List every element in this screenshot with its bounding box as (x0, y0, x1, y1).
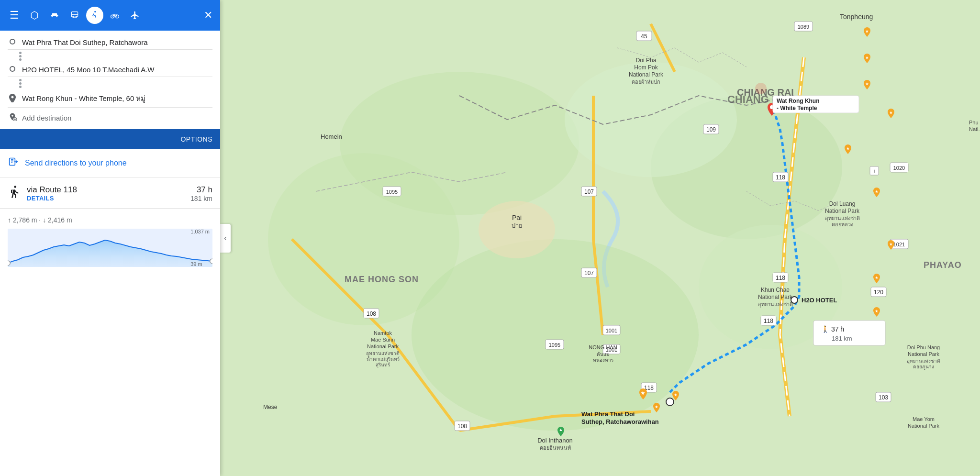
svg-text:118: 118 (764, 318, 773, 324)
route-dist: 181 km (190, 195, 212, 202)
middle-dot-icon (8, 66, 17, 74)
svg-text:Doi Luang: Doi Luang (829, 200, 856, 207)
svg-text:National Park: National Park (758, 294, 793, 300)
transport-walk[interactable] (86, 7, 103, 24)
svg-text:🚶 37 h: 🚶 37 h (821, 325, 844, 333)
waypoints-section: Wat Phra That Doi Suthep, Ratchawora H2O… (0, 31, 220, 129)
transport-mode-selector (26, 7, 197, 24)
svg-text:ดอยหลวง: ดอยหลวง (832, 221, 853, 227)
route-name: via Route 118 (27, 185, 185, 195)
transport-car[interactable] (46, 7, 63, 24)
svg-point-7 (116, 15, 119, 18)
svg-text:Khun Chae: Khun Chae (761, 287, 790, 293)
svg-text:120: 120 (874, 289, 883, 296)
svg-text:Wat Rong Khun: Wat Rong Khun (777, 98, 820, 104)
route-dots-2 (15, 78, 25, 89)
svg-text:NONG HAN: NONG HAN (589, 344, 617, 350)
options-label[interactable]: OPTIONS (180, 135, 212, 143)
svg-text:ดอยภูนาง: ดอยภูนาง (913, 364, 934, 370)
waypoint-origin[interactable]: Wat Phra That Doi Suthep, Ratchawora (8, 35, 212, 50)
svg-text:H2O HOTEL: H2O HOTEL (802, 297, 837, 304)
add-destination-label: Add destination (22, 114, 71, 122)
middle-text: H2O HOTEL, 45 Moo 10 T.Maechadi A.W (22, 66, 212, 74)
elevation-section: ↑ 2,786 m · ↓ 2,416 m 1,037 m (0, 209, 220, 267)
svg-text:1020: 1020 (893, 165, 905, 171)
map-area[interactable]: ‹ (220, 0, 980, 476)
svg-text:Doi Pha: Doi Pha (636, 57, 657, 64)
route-walk-icon (8, 185, 21, 202)
svg-text:Mae Surin: Mae Surin (371, 337, 395, 343)
svg-text:MAE HONG SON: MAE HONG SON (345, 275, 419, 284)
svg-text:181 km: 181 km (832, 335, 852, 342)
svg-text:Hom Pok: Hom Pok (634, 64, 658, 71)
svg-text:Wat Phra That Doi: Wat Phra That Doi (581, 410, 635, 418)
svg-text:- White Temple: - White Temple (777, 105, 817, 111)
send-directions-icon (8, 157, 19, 169)
close-button[interactable]: ✕ (202, 7, 214, 23)
svg-text:Namtok: Namtok (374, 330, 392, 336)
route-details-link[interactable]: DETAILS (27, 195, 185, 202)
svg-text:107: 107 (584, 188, 594, 195)
transport-transit[interactable] (66, 7, 83, 24)
menu-icon[interactable]: ☰ (8, 7, 21, 23)
collapse-chevron-icon: ‹ (224, 234, 226, 243)
svg-text:National Park: National Park (825, 208, 860, 214)
svg-text:National Park: National Park (629, 71, 664, 78)
collapse-panel-button[interactable]: ‹ (220, 224, 231, 253)
svg-text:1095: 1095 (549, 342, 560, 348)
svg-text:อุทยานแห่งชาติ: อุทยานแห่งชาติ (758, 301, 793, 308)
route-option: via Route 118 DETAILS 37 h 181 km (0, 177, 220, 209)
svg-text:▲: ▲ (559, 427, 563, 432)
route-header: via Route 118 DETAILS 37 h 181 km (8, 185, 212, 202)
left-panel: ☰ ✕ (0, 0, 220, 476)
waypoint-middle[interactable]: H2O HOTEL, 45 Moo 10 T.Maechadi A.W (8, 63, 212, 77)
svg-text:118: 118 (776, 275, 785, 281)
route-info: via Route 118 DETAILS (27, 185, 185, 202)
elev-low-label: 39 m (190, 261, 210, 267)
svg-text:109: 109 (706, 126, 716, 133)
hotel-map-dot (791, 297, 798, 303)
svg-text:118: 118 (776, 174, 785, 181)
svg-text:ต้นแม: ต้นแม (597, 352, 610, 357)
transport-flight[interactable] (126, 7, 144, 24)
svg-point-16 (210, 259, 212, 264)
svg-text:อุทยานแห่งชาติ: อุทยานแห่งชาติ (907, 358, 940, 364)
svg-point-20 (340, 72, 579, 215)
svg-text:Mese: Mese (263, 404, 278, 410)
svg-text:1021: 1021 (893, 242, 905, 247)
waypoint-destination[interactable]: Wat Rong Khun - White Temple, 60 หมู่ (8, 90, 212, 108)
svg-text:PHAYAO: PHAYAO (924, 260, 962, 270)
svg-text:103: 103 (879, 394, 888, 401)
svg-point-14 (14, 186, 16, 188)
elevation-labels: 1,037 m 39 m (190, 229, 210, 267)
svg-text:108: 108 (457, 423, 467, 430)
svg-text:1001: 1001 (606, 328, 617, 333)
svg-text:Phu: Phu (969, 120, 979, 125)
send-directions-row[interactable]: Send directions to your phone (0, 149, 220, 177)
elevation-stats: ↑ 2,786 m · ↓ 2,416 m (8, 216, 212, 224)
svg-text:Mae Yom: Mae Yom (913, 416, 935, 422)
svg-text:อุทยานแห่งชาติ: อุทยานแห่งชาติ (825, 215, 860, 221)
add-destination-row[interactable]: Add destination (8, 108, 212, 129)
elev-high-label: 1,037 m (190, 229, 210, 234)
svg-point-5 (94, 11, 96, 12)
top-bar: ☰ ✕ (0, 0, 220, 31)
options-bar[interactable]: OPTIONS (0, 129, 220, 149)
svg-point-9 (10, 66, 15, 71)
svg-text:ดอยผ้าห่มปก: ดอยผ้าห่มปก (632, 79, 660, 85)
route-dots (15, 51, 25, 62)
svg-text:108: 108 (367, 310, 376, 317)
transport-bike[interactable] (106, 7, 123, 24)
dest-pin-icon (8, 94, 17, 104)
route-time: 37 h (190, 185, 212, 195)
svg-text:Tonpheung: Tonpheung (840, 13, 873, 21)
svg-text:107: 107 (584, 270, 594, 277)
add-destination-icon (8, 112, 17, 123)
svg-text:45: 45 (641, 33, 647, 40)
svg-text:สุรินทร์: สุรินทร์ (376, 362, 390, 368)
transport-drive[interactable] (26, 7, 43, 24)
svg-text:Pai: Pai (512, 214, 522, 221)
svg-point-24 (479, 201, 555, 258)
origin-dot-icon (8, 38, 17, 46)
svg-point-19 (412, 239, 699, 431)
